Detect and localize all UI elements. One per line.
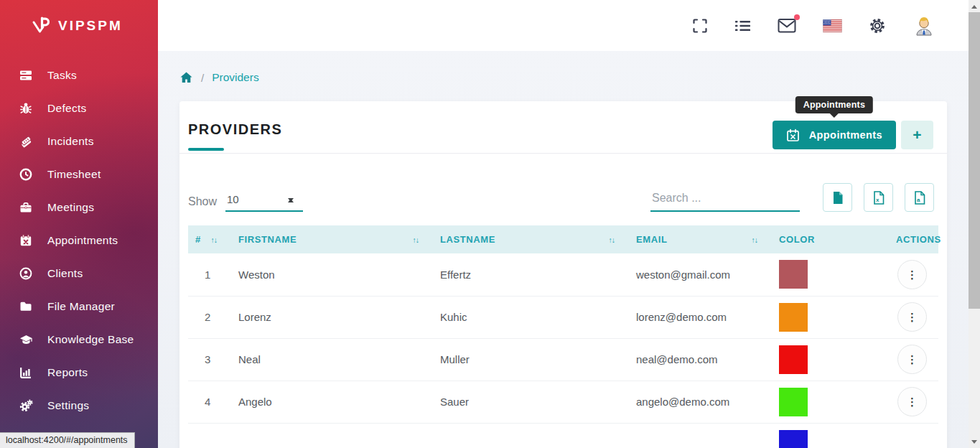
page-size-group: Show 10 — [188, 193, 303, 212]
row-email: lorenz@demo.com — [629, 296, 772, 338]
briefcase-icon — [19, 200, 33, 215]
svg-text:a: a — [917, 196, 920, 202]
color-swatch — [779, 260, 808, 289]
scroll-up-arrow[interactable] — [969, 0, 980, 11]
row-actions-menu-button[interactable]: ⋮ — [897, 387, 927, 416]
excel-export-button[interactable]: x — [864, 183, 893, 212]
sidebar-item-label: Clients — [47, 267, 83, 280]
page-size-select-wrap: 10 — [225, 193, 303, 212]
calendar-icon — [19, 233, 33, 248]
sidebar-item-label: Timesheet — [47, 168, 101, 181]
notification-dot — [794, 14, 800, 20]
row-lastname: Kuhic — [433, 296, 629, 338]
user-avatar[interactable] — [913, 14, 935, 37]
column-header-firstname[interactable]: FIRSTNAME↑↓ — [231, 225, 433, 253]
sidebar-item-label: Meetings — [47, 201, 94, 214]
search-group — [650, 189, 800, 212]
row-firstname — [231, 423, 433, 448]
scrollbar-thumb[interactable] — [969, 12, 980, 309]
sidebar-item-label: Defects — [47, 102, 87, 115]
content-area: / Providers PROVIDERS Appointments — [158, 51, 969, 448]
sidebar-item-file-manager[interactable]: File Manager — [0, 290, 158, 323]
row-actions-menu-button[interactable]: ⋮ — [897, 345, 927, 374]
row-email — [629, 423, 772, 448]
providers-table: #↑↓ FIRSTNAME↑↓ LASTNAME↑↓ EMAIL↑↓ — [188, 225, 938, 448]
scroll-down-arrow[interactable] — [969, 437, 980, 448]
row-actions-menu-button[interactable]: ⋮ — [897, 302, 927, 332]
list-icon[interactable] — [734, 19, 751, 33]
bar-chart-icon — [19, 365, 33, 380]
sidebar-item-appointments[interactable]: Appointments — [0, 224, 158, 257]
column-header-lastname[interactable]: LASTNAME↑↓ — [433, 225, 629, 253]
copy-file-icon — [832, 191, 844, 205]
vertical-scrollbar — [969, 0, 980, 448]
row-lastname: Muller — [433, 338, 629, 381]
home-icon[interactable] — [179, 71, 193, 84]
mail-icon[interactable] — [778, 18, 796, 33]
row-firstname: Lorenz — [231, 296, 433, 338]
row-num — [188, 423, 231, 448]
column-header-email[interactable]: EMAIL↑↓ — [629, 225, 772, 253]
bug-icon — [19, 101, 33, 116]
row-email: neal@demo.com — [629, 338, 772, 381]
user-circle-icon — [19, 266, 33, 281]
row-email: angelo@demo.com — [629, 381, 772, 423]
row-lastname: Effertz — [433, 253, 629, 296]
breadcrumb-current[interactable]: Providers — [212, 71, 258, 84]
breadcrumb-separator: / — [201, 72, 204, 84]
sidebar-item-defects[interactable]: Defects — [0, 92, 158, 125]
gear-icon[interactable] — [869, 17, 886, 34]
sidebar-item-clients[interactable]: Clients — [0, 257, 158, 290]
sidebar-item-tasks[interactable]: Tasks — [0, 59, 158, 92]
row-firstname: Neal — [231, 338, 433, 381]
sort-icon: ↑↓ — [211, 235, 228, 244]
column-header-actions: ACTIONS — [889, 225, 938, 253]
color-swatch — [779, 345, 808, 374]
column-header-color[interactable]: COLOR — [772, 225, 889, 253]
table-row: 4 Angelo Sauer angelo@demo.com ⋮ — [188, 381, 938, 423]
app-logo[interactable]: VIPSPM — [0, 0, 158, 49]
card-header: PROVIDERS Appointments Appointments — [179, 101, 947, 154]
sidebar-item-label: Appointments — [47, 234, 118, 247]
table-row: 2 Lorenz Kuhic lorenz@demo.com ⋮ — [188, 296, 938, 338]
page-size-select[interactable]: 10 — [225, 193, 303, 210]
sort-icon: ↑↓ — [413, 235, 429, 244]
sidebar-item-label: Settings — [47, 399, 89, 412]
sidebar-item-reports[interactable]: Reports — [0, 356, 158, 389]
row-actions-menu-button[interactable]: ⋮ — [897, 260, 927, 289]
sidebar-item-settings[interactable]: Settings — [0, 389, 158, 422]
color-swatch — [779, 303, 808, 332]
table-row — [188, 423, 938, 448]
add-provider-button[interactable]: + — [901, 121, 933, 149]
table-row: 1 Weston Effertz weston@gmail.com ⋮ — [188, 253, 938, 296]
sidebar-item-timesheet[interactable]: Timesheet — [0, 158, 158, 191]
row-email: weston@gmail.com — [629, 253, 772, 296]
sidebar-item-label: Tasks — [47, 69, 77, 82]
column-header-num[interactable]: #↑↓ — [188, 225, 231, 253]
row-num: 1 — [188, 253, 231, 296]
sidebar: VIPSPM Tasks Defects — [0, 0, 158, 448]
row-lastname — [433, 423, 629, 448]
tasks-icon — [19, 68, 33, 83]
sidebar-item-knowledge-base[interactable]: Knowledge Base — [0, 323, 158, 356]
sidebar-item-meetings[interactable]: Meetings — [0, 191, 158, 224]
row-firstname: Angelo — [231, 381, 433, 423]
gears-icon — [19, 398, 33, 413]
sort-icon: ↑↓ — [752, 235, 768, 244]
main-area: / Providers PROVIDERS Appointments — [158, 0, 969, 448]
row-num: 3 — [188, 338, 231, 381]
appointments-button[interactable]: Appointments Appointments — [773, 121, 896, 149]
sidebar-item-label: Incidents — [47, 135, 94, 148]
copy-file-button[interactable] — [823, 183, 852, 212]
sidebar-item-incidents[interactable]: Incidents — [0, 125, 158, 158]
fullscreen-icon[interactable] — [692, 18, 708, 34]
logo-icon — [32, 16, 52, 36]
excel-file-icon: x — [873, 191, 885, 205]
sidebar-nav: Tasks Defects — [0, 59, 158, 422]
search-input[interactable] — [650, 189, 800, 212]
folder-icon — [19, 299, 33, 314]
logo-text: VIPSPM — [58, 18, 123, 34]
pdf-export-button[interactable]: a — [905, 183, 934, 212]
us-flag-icon[interactable] — [823, 19, 842, 32]
table-controls: Show 10 — [179, 154, 947, 225]
